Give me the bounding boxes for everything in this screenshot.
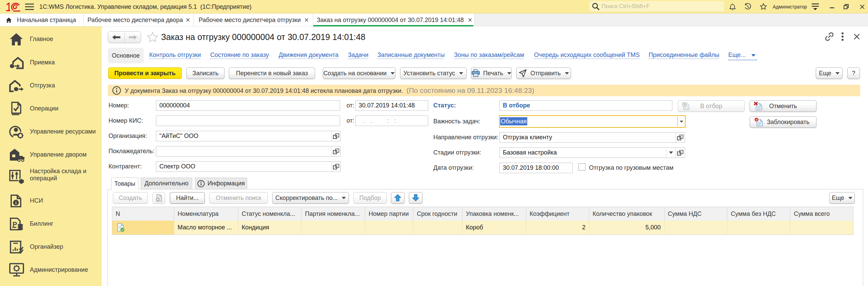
svg-text:i: i	[15, 200, 17, 205]
